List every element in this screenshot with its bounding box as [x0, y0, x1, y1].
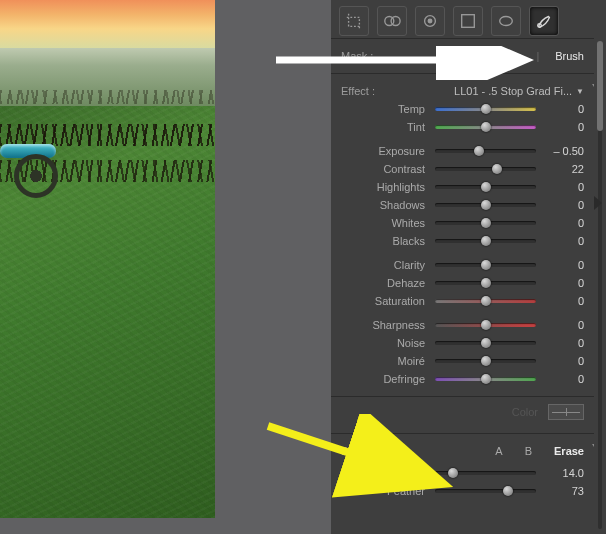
brush-tool[interactable]: [529, 6, 559, 36]
slider-saturation[interactable]: Saturation0: [341, 292, 584, 310]
slider-track[interactable]: [435, 125, 536, 129]
brush-tab-erase[interactable]: Erase: [554, 445, 584, 457]
slider-value[interactable]: 0: [544, 259, 584, 271]
slider-thumb[interactable]: [481, 374, 491, 384]
slider-value[interactable]: 0: [544, 181, 584, 193]
slider-thumb[interactable]: [492, 164, 502, 174]
slider-thumb[interactable]: [503, 486, 513, 496]
slider-label: Highlights: [341, 181, 427, 193]
slider-track[interactable]: [435, 221, 536, 225]
slider-value[interactable]: – 0.50: [544, 145, 584, 157]
slider-value[interactable]: 73: [544, 485, 584, 497]
slider-value[interactable]: 0: [544, 295, 584, 307]
slider-track[interactable]: [435, 341, 536, 345]
spot-tool[interactable]: [377, 6, 407, 36]
slider-thumb[interactable]: [481, 236, 491, 246]
slider-moiré[interactable]: Moiré0: [341, 352, 584, 370]
brush-section: Brush : A B Erase Size14.0Feather73: [331, 434, 606, 508]
slider-thumb[interactable]: [481, 122, 491, 132]
chevron-down-icon: ▼: [576, 87, 584, 96]
slider-shadows[interactable]: Shadows0: [341, 196, 584, 214]
slider-thumb[interactable]: [481, 338, 491, 348]
tool-strip: [331, 0, 606, 39]
slider-thumb[interactable]: [481, 200, 491, 210]
mask-status[interactable]: New: [498, 50, 520, 62]
slider-thumb[interactable]: [481, 218, 491, 228]
slider-value[interactable]: 0: [544, 373, 584, 385]
slider-label: Sharpness: [341, 319, 427, 331]
slider-track[interactable]: [435, 359, 536, 363]
radial-tool[interactable]: [491, 6, 521, 36]
slider-track[interactable]: [435, 239, 536, 243]
slider-defringe[interactable]: Defringe0: [341, 370, 584, 388]
slider-track[interactable]: [435, 377, 536, 381]
slider-value[interactable]: 0: [544, 277, 584, 289]
effect-label: Effect :: [341, 85, 375, 97]
brush-tab-a[interactable]: A: [495, 445, 502, 457]
slider-label: Feather: [341, 485, 427, 497]
slider-track[interactable]: [435, 167, 536, 171]
slider-label: Noise: [341, 337, 427, 349]
slider-value[interactable]: 0: [544, 355, 584, 367]
slider-tint[interactable]: Tint0: [341, 118, 584, 136]
slider-track[interactable]: [435, 107, 536, 111]
slider-track[interactable]: [435, 263, 536, 267]
slider-thumb[interactable]: [474, 146, 484, 156]
slider-track[interactable]: [435, 299, 536, 303]
slider-feather[interactable]: Feather73: [341, 482, 584, 500]
effect-section: Effect : LL01 - .5 Stop Grad Fi... ▼ Tem…: [331, 74, 606, 397]
slider-thumb[interactable]: [481, 320, 491, 330]
slider-whites[interactable]: Whites0: [341, 214, 584, 232]
slider-blacks[interactable]: Blacks0: [341, 232, 584, 250]
slider-value[interactable]: 0: [544, 235, 584, 247]
effect-preset-dropdown[interactable]: LL01 - .5 Stop Grad Fi... ▼: [454, 85, 584, 97]
slider-value[interactable]: 0: [544, 103, 584, 115]
slider-track[interactable]: [435, 281, 536, 285]
slider-size[interactable]: Size14.0: [341, 464, 584, 482]
slider-temp[interactable]: Temp0: [341, 100, 584, 118]
svg-point-1: [391, 17, 400, 26]
slider-noise[interactable]: Noise0: [341, 334, 584, 352]
slider-value[interactable]: 0: [544, 121, 584, 133]
slider-dehaze[interactable]: Dehaze0: [341, 274, 584, 292]
slider-label: Contrast: [341, 163, 427, 175]
slider-contrast[interactable]: Contrast22: [341, 160, 584, 178]
slider-thumb[interactable]: [481, 104, 491, 114]
color-swatch[interactable]: [548, 404, 584, 420]
slider-value[interactable]: 0: [544, 337, 584, 349]
redeye-tool[interactable]: [415, 6, 445, 36]
slider-track[interactable]: [435, 489, 536, 493]
slider-label: Whites: [341, 217, 427, 229]
mask-label: Mask :: [341, 50, 373, 62]
slider-label: Blacks: [341, 235, 427, 247]
slider-value[interactable]: 22: [544, 163, 584, 175]
slider-track[interactable]: [435, 471, 536, 475]
mask-brush-toggle[interactable]: Brush: [555, 50, 584, 62]
brush-tab-b[interactable]: B: [525, 445, 532, 457]
slider-exposure[interactable]: Exposure– 0.50: [341, 142, 584, 160]
slider-thumb[interactable]: [481, 356, 491, 366]
panel-expand-icon[interactable]: [594, 196, 602, 210]
slider-sharpness[interactable]: Sharpness0: [341, 316, 584, 334]
slider-clarity[interactable]: Clarity0: [341, 256, 584, 274]
slider-track[interactable]: [435, 323, 536, 327]
slider-value[interactable]: 0: [544, 199, 584, 211]
slider-thumb[interactable]: [481, 278, 491, 288]
slider-thumb[interactable]: [481, 182, 491, 192]
crop-tool[interactable]: [339, 6, 369, 36]
color-row: Color: [331, 397, 606, 434]
slider-thumb[interactable]: [481, 296, 491, 306]
slider-thumb[interactable]: [481, 260, 491, 270]
slider-value[interactable]: 0: [544, 217, 584, 229]
slider-highlights[interactable]: Highlights0: [341, 178, 584, 196]
slider-track[interactable]: [435, 185, 536, 189]
slider-track[interactable]: [435, 149, 536, 153]
panel-scrollbar[interactable]: [594, 5, 606, 529]
slider-value[interactable]: 14.0: [544, 467, 584, 479]
slider-track[interactable]: [435, 203, 536, 207]
gradient-tool[interactable]: [453, 6, 483, 36]
slider-value[interactable]: 0: [544, 319, 584, 331]
slider-label: Moiré: [341, 355, 427, 367]
slider-label: Dehaze: [341, 277, 427, 289]
slider-thumb[interactable]: [448, 468, 458, 478]
